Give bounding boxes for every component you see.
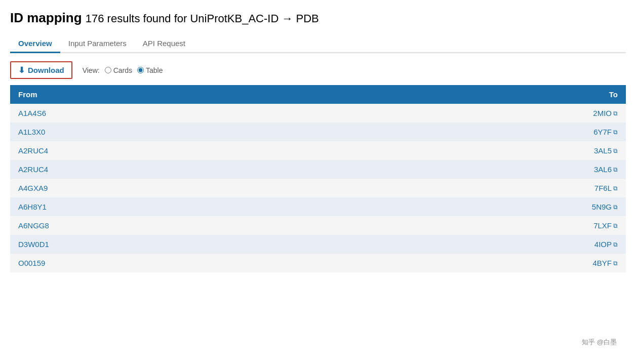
cell-to: 7F6L ⧉	[335, 179, 626, 197]
external-link[interactable]: 6Y7F ⧉	[593, 128, 618, 136]
external-link-icon: ⧉	[613, 166, 618, 173]
cell-from: A6H8Y1	[10, 197, 335, 216]
view-options: View: Cards Table	[81, 66, 163, 74]
table-row: A6H8Y15N9G ⧉	[10, 197, 626, 216]
external-link[interactable]: 2MIO ⧉	[593, 109, 618, 117]
table-row: A4GXA97F6L ⧉	[10, 179, 626, 197]
tabs-nav: Overview Input Parameters API Request	[10, 35, 626, 53]
external-link[interactable]: 5N9G ⧉	[592, 203, 618, 211]
external-link[interactable]: 7F6L ⧉	[594, 184, 618, 192]
download-icon: ⬇	[18, 65, 25, 75]
view-cards-option[interactable]: Cards	[105, 66, 132, 74]
cell-from: A6NGG8	[10, 216, 335, 235]
table-row: A1A4S62MIO ⧉	[10, 104, 626, 123]
external-link[interactable]: 7LXF ⧉	[593, 221, 618, 230]
table-row: D3W0D14IOP ⧉	[10, 235, 626, 254]
page-wrapper: ID mapping 176 results found for UniProt…	[0, 0, 636, 272]
view-cards-label: Cards	[113, 66, 132, 74]
external-link-icon: ⧉	[613, 129, 618, 136]
view-table-radio[interactable]	[137, 67, 144, 73]
view-label: View:	[83, 66, 100, 74]
cell-from: A4GXA9	[10, 179, 335, 197]
cell-to: 6Y7F ⧉	[335, 123, 626, 141]
cell-from: D3W0D1	[10, 235, 335, 254]
table-row: A2RUC43AL6 ⧉	[10, 160, 626, 179]
tab-api-request[interactable]: API Request	[135, 35, 193, 53]
external-link-icon: ⧉	[613, 241, 618, 248]
cell-from: O00159	[10, 254, 335, 272]
view-table-label: Table	[146, 66, 163, 74]
table-row: A1L3X06Y7F ⧉	[10, 123, 626, 141]
cell-to: 7LXF ⧉	[335, 216, 626, 235]
cell-to: 4IOP ⧉	[335, 235, 626, 254]
external-link[interactable]: 4BYF ⧉	[592, 259, 618, 267]
download-button[interactable]: ⬇ Download	[10, 61, 72, 79]
cell-from: A2RUC4	[10, 160, 335, 179]
external-link[interactable]: 3AL6 ⧉	[594, 165, 618, 174]
tab-overview[interactable]: Overview	[10, 35, 60, 53]
cell-to: 2MIO ⧉	[335, 104, 626, 123]
external-link-icon: ⧉	[613, 260, 618, 267]
view-table-option[interactable]: Table	[137, 66, 163, 74]
table-row: A2RUC43AL5 ⧉	[10, 141, 626, 160]
external-link[interactable]: 3AL5 ⧉	[594, 146, 618, 155]
col-to-header: To	[335, 85, 626, 104]
cell-to: 5N9G ⧉	[335, 197, 626, 216]
view-cards-radio[interactable]	[105, 67, 111, 73]
cell-to: 3AL5 ⧉	[335, 141, 626, 160]
cell-to: 4BYF ⧉	[335, 254, 626, 272]
external-link-icon: ⧉	[613, 110, 618, 117]
cell-to: 3AL6 ⧉	[335, 160, 626, 179]
cell-from: A1L3X0	[10, 123, 335, 141]
tab-input-parameters[interactable]: Input Parameters	[60, 35, 135, 53]
cell-from: A1A4S6	[10, 104, 335, 123]
download-label: Download	[28, 66, 64, 74]
external-link-icon: ⧉	[613, 222, 618, 229]
toolbar: ⬇ Download View: Cards Table	[10, 61, 626, 79]
cell-from: A2RUC4	[10, 141, 335, 160]
col-from-header: From	[10, 85, 335, 104]
table-row: O001594BYF ⧉	[10, 254, 626, 272]
external-link-icon: ⧉	[613, 204, 618, 211]
table-row: A6NGG87LXF ⧉	[10, 216, 626, 235]
page-title: ID mapping 176 results found for UniProt…	[10, 10, 626, 26]
external-link[interactable]: 4IOP ⧉	[594, 240, 618, 249]
table-header-row: From To	[10, 85, 626, 104]
external-link-icon: ⧉	[613, 147, 618, 154]
external-link-icon: ⧉	[613, 185, 618, 192]
results-table: From To A1A4S62MIO ⧉A1L3X06Y7F ⧉A2RUC43A…	[10, 85, 626, 272]
